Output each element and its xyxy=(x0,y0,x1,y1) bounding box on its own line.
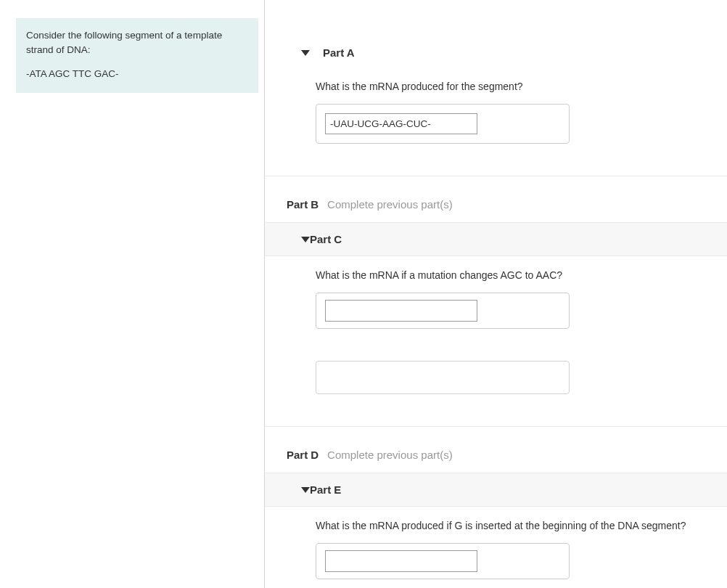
part-c-feedback-box xyxy=(316,361,570,394)
part-e-label: Part E xyxy=(310,483,341,496)
question-prompt-panel: Consider the following segment of a temp… xyxy=(0,0,265,588)
part-c-answer-input[interactable] xyxy=(325,300,477,322)
prompt-intro: Consider the following segment of a temp… xyxy=(26,28,248,57)
svg-marker-0 xyxy=(301,50,310,56)
part-a-answer-input[interactable] xyxy=(325,113,477,134)
part-a-question: What is the mRNA produced for the segmen… xyxy=(316,81,705,92)
prompt-sequence: -ATA AGC TTC GAC- xyxy=(26,67,248,81)
svg-marker-2 xyxy=(301,487,310,493)
prompt-box: Consider the following segment of a temp… xyxy=(16,18,258,93)
part-a-header[interactable]: Part A xyxy=(265,29,727,68)
part-d-locked-row: Part D Complete previous part(s) xyxy=(265,426,727,468)
part-a-label: Part A xyxy=(323,46,355,59)
part-b-label: Part B xyxy=(287,198,319,211)
part-c-question: What is the mRNA if a mutation changes A… xyxy=(316,269,705,281)
caret-down-icon xyxy=(301,50,310,56)
part-e-header[interactable]: Part E xyxy=(265,473,727,507)
caret-down-icon xyxy=(301,237,310,242)
part-b-locked-msg: Complete previous part(s) xyxy=(327,198,453,211)
part-e-question: What is the mRNA produced if G is insert… xyxy=(316,520,705,531)
part-c-answer-container xyxy=(316,293,570,329)
caret-down-icon xyxy=(301,487,310,493)
part-c-body: What is the mRNA if a mutation changes A… xyxy=(265,256,727,407)
part-b-locked-row: Part B Complete previous part(s) xyxy=(265,176,727,218)
part-e-answer-container xyxy=(316,543,570,579)
part-c-header[interactable]: Part C xyxy=(265,222,727,256)
part-a-body: What is the mRNA produced for the segmen… xyxy=(265,68,727,157)
part-c-label: Part C xyxy=(310,233,342,245)
part-a-answer-container xyxy=(316,104,570,144)
part-e-body: What is the mRNA produced if G is insert… xyxy=(265,507,727,588)
part-d-label: Part D xyxy=(287,449,319,461)
svg-marker-1 xyxy=(301,237,310,242)
answer-panel: Part A What is the mRNA produced for the… xyxy=(265,0,727,588)
part-e-answer-input[interactable] xyxy=(325,550,477,572)
part-d-locked-msg: Complete previous part(s) xyxy=(327,449,453,461)
